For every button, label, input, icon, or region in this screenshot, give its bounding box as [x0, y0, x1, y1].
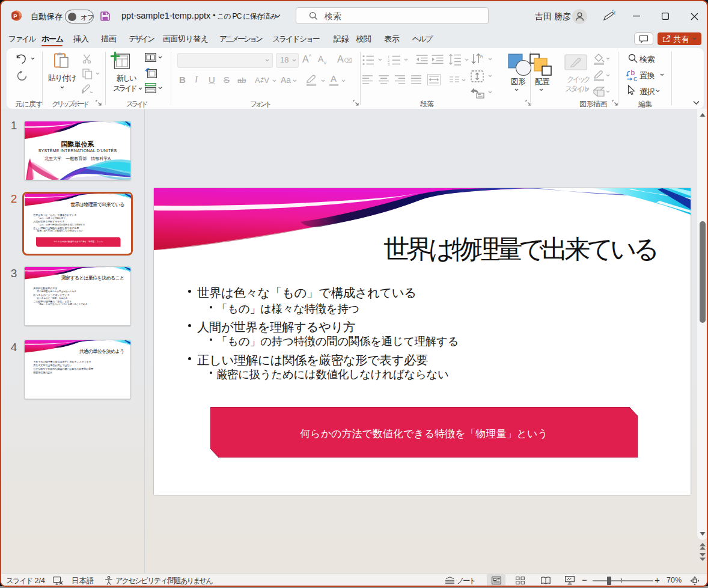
- svg-text:P: P: [13, 13, 17, 19]
- svg-text:c: c: [633, 75, 637, 81]
- svg-text:1: 1: [388, 55, 390, 59]
- svg-text:3: 3: [388, 63, 390, 66]
- svg-text:A: A: [480, 54, 483, 60]
